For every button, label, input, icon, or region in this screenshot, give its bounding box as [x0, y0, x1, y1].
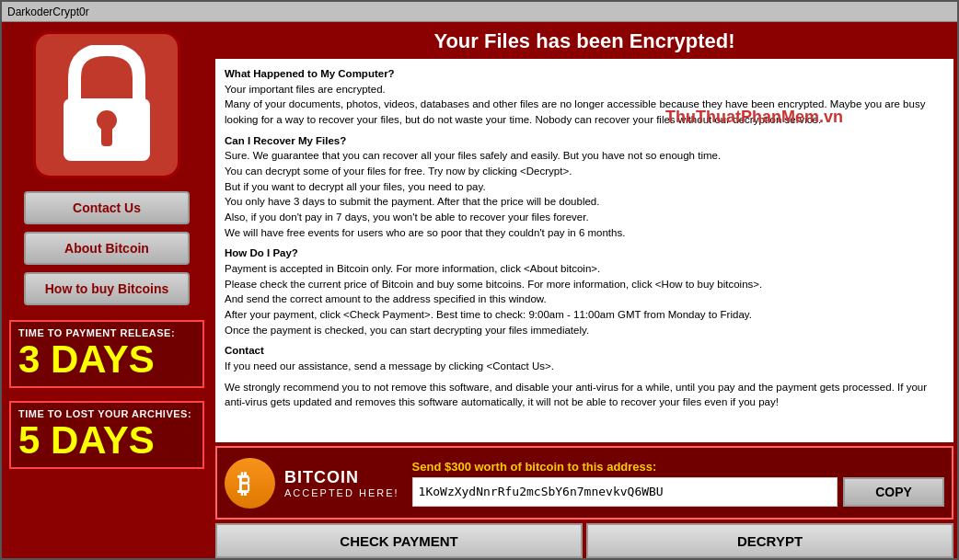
- timer-payment: TIME TO PAYMENT RELEASE: 3 DAYS: [9, 320, 204, 388]
- timer-payment-value: 3 DAYS: [18, 338, 195, 381]
- timer-archives: TIME TO LOST YOUR ARCHIVES: 5 DAYS: [9, 401, 204, 469]
- text-box: ThuThuatPhanMem.vn What Happened to My C…: [215, 59, 953, 442]
- bitcoin-label-big: BITCOIN: [284, 468, 399, 487]
- section-can-recover-title: Can I Recover My Files?: [225, 135, 346, 146]
- section-how-pay-line5: Once the payment is checked, you can sta…: [225, 325, 589, 336]
- svg-text:₿: ₿: [237, 470, 250, 498]
- copy-button[interactable]: COPY: [843, 477, 944, 507]
- bitcoin-accepted-label: BITCOIN ACCEPTED HERE!: [284, 468, 399, 498]
- bottom-buttons: CHECK PAYMENT DECRYPT: [215, 523, 953, 558]
- main-container: Contact Us About Bitcoin How to buy Bitc…: [2, 22, 957, 560]
- section-contact: Contact If you need our assistance, send…: [225, 343, 944, 373]
- sidebar: Contact Us About Bitcoin How to buy Bitc…: [2, 22, 212, 560]
- section-how-pay-title: How Do I Pay?: [225, 247, 298, 258]
- lock-icon: [33, 31, 180, 178]
- decrypt-button[interactable]: DECRYPT: [586, 523, 953, 558]
- section-what-happened-title: What Happened to My Computer?: [225, 68, 395, 79]
- section-can-recover-line2: You can decrypt some of your files for f…: [225, 166, 572, 177]
- section-how-pay-line3: And send the correct amount to the addre…: [225, 293, 547, 304]
- section-what-happened: What Happened to My Computer? Your impor…: [225, 66, 944, 128]
- section-warning: We strongly recommend you to not remove …: [225, 380, 944, 410]
- section-can-recover-line1: Sure. We guarantee that you can recover …: [225, 150, 721, 161]
- section-contact-line1: If you need our assistance, send a messa…: [225, 360, 554, 371]
- section-how-pay-line1: Payment is accepted in Bitcoin only. For…: [225, 263, 600, 274]
- section-how-pay-line4: After your payment, click <Check Payment…: [225, 309, 752, 320]
- header: Your Files has been Encrypted!: [212, 22, 957, 59]
- bitcoin-label-small: ACCEPTED HERE!: [284, 487, 399, 498]
- header-title: Your Files has been Encrypted!: [433, 29, 734, 52]
- about-bitcoin-button[interactable]: About Bitcoin: [24, 232, 190, 265]
- check-payment-button[interactable]: CHECK PAYMENT: [215, 523, 583, 558]
- send-label: Send $300 worth of bitcoin to this addre…: [412, 460, 944, 474]
- section-can-recover-line5: Also, if you don't pay in 7 days, you wo…: [225, 211, 589, 223]
- section-how-pay: How Do I Pay? Payment is accepted in Bit…: [225, 246, 944, 337]
- section-can-recover-line6: We will have free events for users who a…: [225, 227, 625, 238]
- payment-section: ₿ BITCOIN ACCEPTED HERE! Send $300 worth…: [215, 446, 953, 520]
- bitcoin-address-input[interactable]: [412, 477, 838, 507]
- lock-svg-icon: [56, 45, 157, 165]
- titlebar: DarkoderCrypt0r: [2, 2, 957, 22]
- section-can-recover-line3: But if you want to decrypt all your file…: [225, 181, 486, 192]
- section-how-pay-line2: Please check the current price of Bitcoi…: [225, 279, 762, 290]
- bitcoin-badge-icon: ₿: [225, 458, 275, 509]
- timer-archives-value: 5 DAYS: [18, 419, 195, 462]
- svg-rect-2: [101, 126, 112, 146]
- content-area: Your Files has been Encrypted! ThuThuatP…: [212, 22, 957, 560]
- titlebar-text: DarkoderCrypt0r: [7, 6, 89, 18]
- section-can-recover: Can I Recover My Files? Sure. We guarant…: [225, 133, 944, 241]
- section-can-recover-line4: You only have 3 days to submit the payme…: [225, 196, 599, 207]
- contact-us-button[interactable]: Contact Us: [24, 191, 190, 224]
- address-row: COPY: [412, 477, 944, 507]
- section-what-happened-line2: Many of your documents, photos, videos, …: [225, 98, 925, 125]
- payment-right: Send $300 worth of bitcoin to this addre…: [412, 460, 944, 507]
- section-warning-line1: We strongly recommend you to not remove …: [225, 382, 927, 408]
- section-contact-title: Contact: [225, 345, 264, 356]
- how-to-buy-button[interactable]: How to buy Bitcoins: [24, 272, 190, 305]
- section-what-happened-line1: Your important files are encrypted.: [225, 84, 386, 95]
